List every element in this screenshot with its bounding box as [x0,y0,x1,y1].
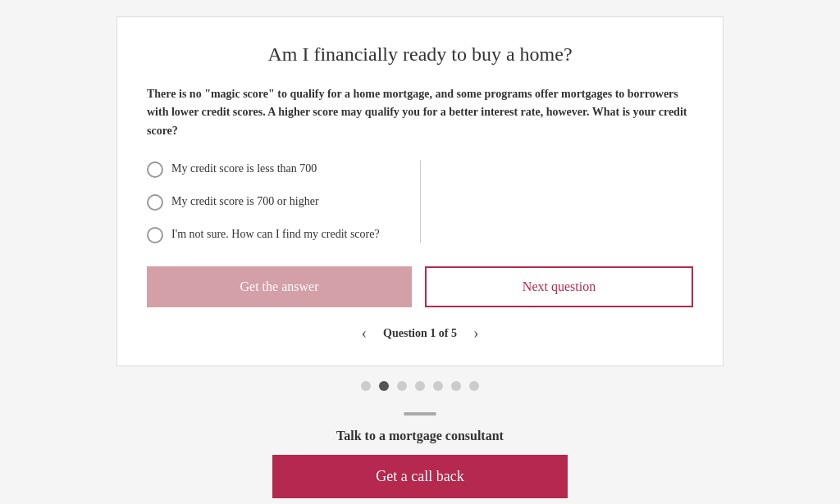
radio-circle-1[interactable] [147,161,163,178]
radio-circle-2[interactable] [147,194,163,211]
question-card: Am I financially ready to buy a home? Th… [116,16,724,366]
page-wrapper: Am I financially ready to buy a home? Th… [0,0,840,504]
radio-options: My credit score is less than 700 My cred… [147,160,421,243]
next-chevron-icon[interactable]: › [473,324,479,343]
dot-3[interactable] [397,381,407,391]
radio-option-3[interactable]: I'm not sure. How can I find my credit s… [147,225,404,243]
answer-area [421,160,694,243]
dot-4[interactable] [415,381,425,391]
radio-label-1: My credit score is less than 700 [171,160,317,177]
pagination-row: ‹ Question 1 of 5 › [147,324,693,343]
radio-option-1[interactable]: My credit score is less than 700 [147,160,404,178]
question-counter: Question 1 of 5 [383,327,457,340]
dot-5[interactable] [433,381,443,391]
radio-label-3: I'm not sure. How can I find my credit s… [171,225,380,243]
radio-option-2[interactable]: My credit score is 700 or higher [147,193,404,211]
radio-label-2: My credit score is 700 or higher [171,193,319,210]
bottom-section: Talk to a mortgage consultant Get a call… [0,404,840,504]
card-title: Am I financially ready to buy a home? [147,43,693,66]
radio-circle-3[interactable] [147,227,163,243]
get-answer-button[interactable]: Get the answer [147,266,412,307]
divider-bar [404,412,436,415]
prev-chevron-icon[interactable]: ‹ [361,324,367,343]
dot-6[interactable] [451,381,461,391]
get-callback-button[interactable]: Get a call back [272,455,568,498]
dot-2[interactable] [379,381,389,391]
next-question-button[interactable]: Next question [425,266,693,307]
buttons-row: Get the answer Next question [147,266,693,307]
consult-title: Talk to a mortgage consultant [336,429,504,443]
dot-7[interactable] [469,381,479,391]
dot-1[interactable] [361,381,371,391]
options-area: My credit score is less than 700 My cred… [147,160,693,243]
card-description: There is no "magic score" to qualify for… [147,85,693,140]
dots-row [361,381,479,391]
